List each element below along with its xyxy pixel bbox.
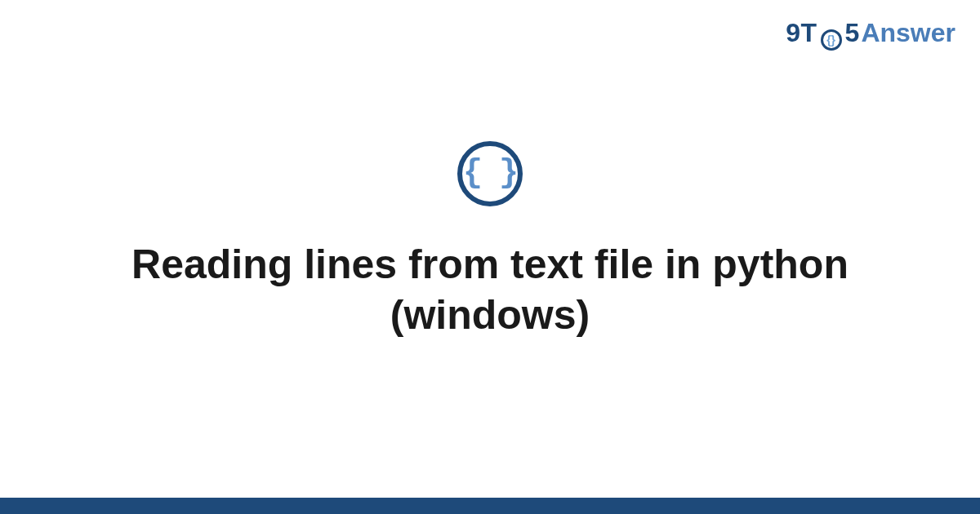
code-braces-icon: { } — [457, 141, 523, 206]
logo-circle-icon: {} — [821, 29, 842, 51]
main-content: { } Reading lines from text file in pyth… — [0, 0, 980, 514]
footer-accent-bar — [0, 498, 980, 514]
logo-braces-small: {} — [826, 34, 835, 46]
page-title: Reading lines from text file in python (… — [122, 239, 858, 341]
braces-symbol: { } — [463, 155, 517, 192]
logo-text-9t: 9T — [786, 18, 817, 48]
logo-text-answer: Answer — [861, 18, 956, 48]
logo-text-5: 5 — [845, 18, 860, 48]
site-logo[interactable]: 9T {} 5 Answer — [786, 18, 956, 48]
